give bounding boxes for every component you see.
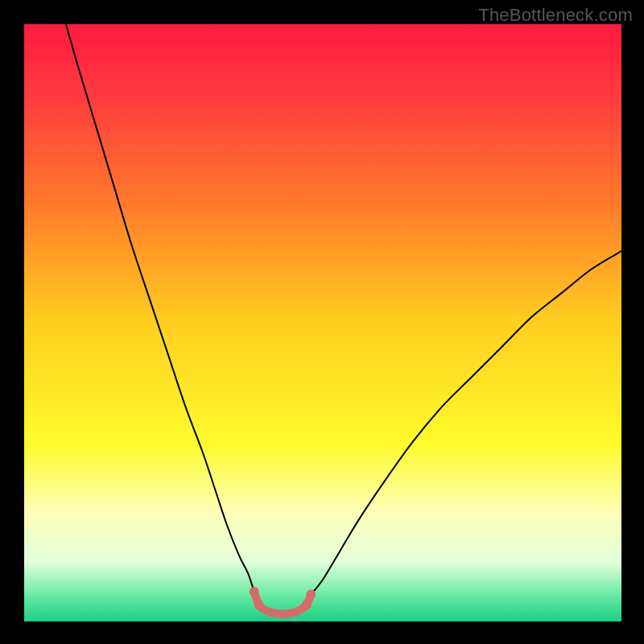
marker-1 [254, 600, 264, 609]
gradient-background [24, 24, 621, 621]
chart-container: TheBottleneck.com [0, 0, 644, 644]
watermark-text: TheBottleneck.com [478, 5, 633, 26]
marker-2 [302, 600, 312, 609]
marker-0 [250, 587, 259, 597]
chart-svg [24, 24, 621, 621]
plot-area [24, 24, 621, 621]
marker-3 [306, 590, 316, 600]
